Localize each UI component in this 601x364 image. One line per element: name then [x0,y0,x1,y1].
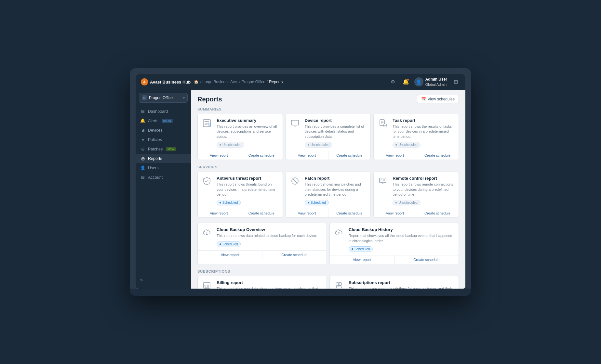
patches-badge: NEW [166,147,176,151]
notification-dot [407,79,409,81]
status-badge: Scheduled [217,200,241,205]
content-header: Reports 📅 View schedules [191,90,465,107]
sidebar: ⊞ Prague Office ▾ ⊞ Dashboard 🔔 Alerts B… [136,90,191,289]
notifications-button[interactable]: 🔔 [401,77,410,86]
status-badge: Unscheduled [217,142,244,148]
users-icon: 👤 [140,165,145,170]
status-badge: Scheduled [305,200,329,205]
card-footer: View report Create schedule [198,250,327,259]
office-selector[interactable]: ⊞ Prague Office ▾ [139,93,188,103]
status-badge: Unscheduled [393,200,420,205]
create-schedule-button[interactable]: Create schedule [416,151,459,160]
breadcrumb-current: Reports [269,80,283,84]
user-menu[interactable]: 👤 Admin User Global Admin [414,77,447,87]
view-report-button[interactable]: View report [198,209,240,217]
subscriptions-report-icon [334,281,343,289]
sidebar-item-label: Alerts [148,119,158,123]
top-bar-right: ⚙ 🔔 👤 Admin User Global Admin ⊞ [388,77,460,87]
breadcrumb: 🏠 / Large Business Acc. / Prague Office … [194,80,283,84]
task-report-card: Task report This report shows the result… [373,114,459,160]
card-desc: This report shows data related to cloud … [217,233,322,238]
services-grid-top: Antivirus threat report This report show… [197,172,459,218]
executive-summary-card: ✓ Executive summary This report provides… [197,114,283,160]
card-title: Task report [393,118,454,123]
view-report-button[interactable]: View report [286,151,328,160]
create-schedule-button[interactable]: Create schedule [262,251,327,259]
view-report-button[interactable]: View report [286,209,328,217]
cloud-backup-history-icon [334,228,343,237]
sidebar-item-label: Policies [148,137,162,142]
create-schedule-button[interactable]: Create schedule [416,209,459,217]
content-area: Reports 📅 View schedules SUMMARIES [191,90,465,289]
collapse-button[interactable]: « [140,277,186,282]
card-footer: View report Create schedule [374,209,459,217]
main-layout: ⊞ Prague Office ▾ ⊞ Dashboard 🔔 Alerts B… [136,90,465,289]
device-report-card: Device report This report provides a com… [286,114,371,160]
sidebar-item-patches[interactable]: ⊕ Patches NEW [136,144,191,154]
status-badge: Scheduled [349,246,373,252]
card-title: Cloud Backup Overview [217,227,322,232]
create-schedule-button[interactable]: Create schedule [328,209,371,217]
sidebar-item-users[interactable]: 👤 Users [136,163,191,173]
create-schedule-button[interactable]: Create schedule [328,151,371,160]
status-badge: Unscheduled [393,142,420,148]
card-footer: View report Create schedule [330,255,459,264]
sidebar-item-devices[interactable]: 🖥 Devices [136,125,191,135]
remote-control-card: Remote control report This report shows … [373,172,459,218]
sidebar-item-label: Patches [148,147,163,151]
create-schedule-button[interactable]: Create schedule [394,255,459,264]
user-role: Global Admin [425,82,447,87]
breadcrumb-account[interactable]: Large Business Acc. [203,80,238,84]
cloud-backup-overview-card: Cloud Backup Overview This report shows … [197,223,327,264]
card-footer: View report Create schedule [198,209,283,217]
patch-icon [290,176,300,186]
sidebar-item-reports[interactable]: ◎ Reports [136,154,191,163]
card-footer: View report Create schedule [198,151,283,160]
sidebar-item-policies[interactable]: ≡ Policies [136,135,191,144]
view-report-button[interactable]: View report [374,209,416,217]
sidebar-item-alerts[interactable]: 🔔 Alerts BETA [136,116,191,125]
home-icon[interactable]: 🏠 [194,80,199,84]
remote-control-icon [378,176,387,186]
subscriptions-report-card: Subscriptions report This report shows y… [329,276,459,289]
card-title: Device report [305,118,366,123]
view-schedules-label: View schedules [428,97,455,101]
logo-area: A Avast Business Hub [141,78,191,85]
card-desc: This report shows your subscriptions for… [349,286,454,289]
device-report-icon [290,119,300,128]
view-report-button[interactable]: View report [198,251,262,259]
summaries-section-title: SUMMARIES [197,107,459,111]
svg-rect-18 [380,178,386,183]
create-schedule-button[interactable]: Create schedule [240,209,283,217]
settings-button[interactable]: ⚙ [388,77,397,86]
services-section-title: SERVICES [197,165,459,169]
sidebar-bottom: « [136,274,191,285]
svg-rect-28 [205,285,206,286]
card-desc: This report gives you data about service… [217,286,322,289]
create-schedule-button[interactable]: Create schedule [240,151,283,160]
apps-button[interactable]: ⊞ [451,77,460,86]
card-title: Subscriptions report [349,280,454,285]
account-icon: ⊟ [140,175,145,180]
card-title: Cloud Backup History [349,227,454,232]
office-icon: ⊞ [142,95,147,100]
card-desc: This report provides an overview of all … [217,124,278,139]
view-schedules-button[interactable]: 📅 View schedules [417,95,459,103]
svg-text:✓: ✓ [209,124,210,126]
reports-content: SUMMARIES [191,107,465,289]
card-desc: This report shows the results of tasks f… [393,124,454,139]
view-report-button[interactable]: View report [198,151,240,160]
page-title: Reports [197,96,222,103]
billing-report-icon [202,281,211,289]
view-report-button[interactable]: View report [330,255,394,264]
alerts-badge: BETA [162,119,173,123]
breadcrumb-office[interactable]: Prague Office [242,80,265,84]
devices-icon: 🖥 [140,128,145,133]
svg-point-21 [381,180,382,181]
view-report-button[interactable]: View report [374,151,416,160]
subscriptions-grid: Billing report This report gives you dat… [197,276,459,289]
sidebar-item-dashboard[interactable]: ⊞ Dashboard [136,107,191,116]
avast-logo-icon: A [141,78,148,85]
sidebar-item-account[interactable]: ⊟ Account [136,173,191,182]
summaries-grid: ✓ Executive summary This report provides… [197,114,459,160]
